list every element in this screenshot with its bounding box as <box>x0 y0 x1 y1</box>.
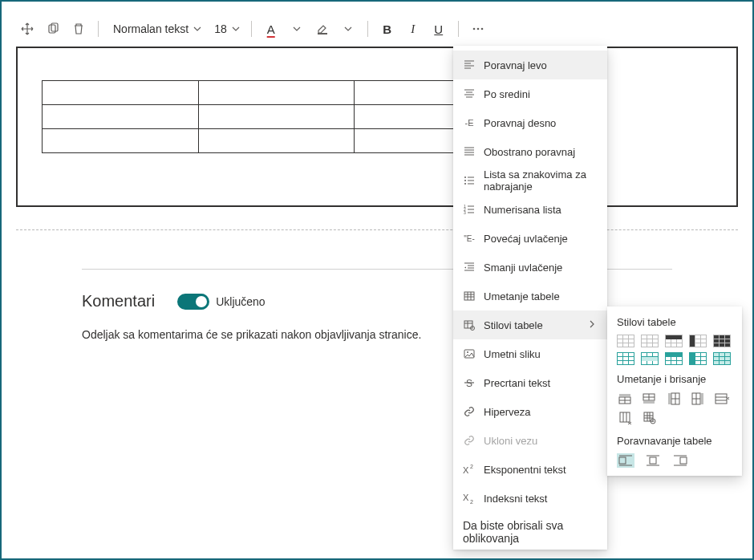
align-center-icon <box>463 87 476 100</box>
link-icon <box>463 405 476 418</box>
editor-canvas[interactable] <box>16 47 738 207</box>
svg-point-5 <box>480 28 483 30</box>
chevron-down-icon[interactable] <box>337 18 359 40</box>
delete-col-button[interactable] <box>617 411 634 425</box>
separator <box>367 21 368 37</box>
menu-align-left[interactable]: Poravnaj levo <box>453 51 607 79</box>
table-icon <box>463 290 476 302</box>
svg-rect-31 <box>715 394 727 404</box>
text-style-value: Normalan tekst <box>113 22 188 35</box>
table-row[interactable] <box>43 105 511 129</box>
svg-rect-34 <box>620 412 630 422</box>
delete-row-button[interactable] <box>713 392 731 406</box>
editor-toolbar: Normalan tekst 18 A B I U <box>16 16 738 47</box>
editor-table[interactable] <box>42 80 511 153</box>
menu-insert-image[interactable]: Umetni sliku <box>453 339 607 368</box>
chevron-down-icon <box>232 25 240 33</box>
table-align-grid <box>617 453 732 468</box>
insert-row-above-button[interactable] <box>617 392 634 406</box>
table-style-plain[interactable] <box>617 335 634 347</box>
align-left-icon <box>463 59 476 71</box>
indent-decrease-icon <box>463 261 476 274</box>
text-style-dropdown[interactable]: Normalan tekst <box>107 18 205 40</box>
menu-align-right[interactable]: -E Poravnaj desno <box>453 108 607 137</box>
table-style-column-dark[interactable] <box>689 335 707 347</box>
table-style-teal-full[interactable] <box>713 352 731 365</box>
svg-point-8 <box>464 183 466 185</box>
table-style-teal-header[interactable] <box>665 352 683 365</box>
table-style-subtle[interactable] <box>641 335 659 347</box>
table-style-teal-plain[interactable] <box>617 352 634 365</box>
move-icon[interactable] <box>16 18 39 40</box>
table-style-dark[interactable] <box>713 335 731 347</box>
svg-text:3: 3 <box>464 210 466 215</box>
svg-rect-43 <box>650 457 656 464</box>
toggle-label: Uključeno <box>216 295 265 308</box>
menu-table-styles[interactable]: Stilovi tabele <box>453 310 607 339</box>
svg-rect-40 <box>619 457 626 464</box>
table-style-teal-column[interactable] <box>689 352 707 365</box>
menu-bullet-list[interactable]: Lista sa znakovima za nabrajanje <box>453 166 607 195</box>
menu-clear-formatting[interactable]: Da biste obrisali sva oblikovanja <box>453 513 607 545</box>
table-styles-submenu: Stilovi tabele Umetanje i brisanje <box>607 306 742 476</box>
trash-icon[interactable] <box>67 18 90 40</box>
insert-col-right-button[interactable] <box>689 392 707 406</box>
separator <box>458 21 459 37</box>
more-button[interactable] <box>467 18 489 40</box>
menu-insert-table[interactable]: Umetanje tabele <box>453 282 607 310</box>
svg-text:X: X <box>463 465 469 475</box>
svg-point-6 <box>464 177 466 178</box>
table-style-header-dark[interactable] <box>665 335 683 347</box>
unlink-icon <box>463 434 476 447</box>
insert-row-below-button[interactable] <box>641 392 659 406</box>
section-divider <box>16 229 738 230</box>
insert-col-left-button[interactable] <box>665 392 683 406</box>
separator <box>251 21 252 37</box>
menu-hyperlink[interactable]: Hiperveza <box>453 397 607 426</box>
submenu-styles-title: Stilovi tabele <box>617 316 732 328</box>
font-color-button[interactable]: A <box>260 18 282 40</box>
menu-align-center[interactable]: Po sredini <box>453 79 607 108</box>
menu-justify[interactable]: Obostrano poravnaj <box>453 137 607 166</box>
justify-icon <box>463 145 476 158</box>
font-size-dropdown[interactable]: 18 <box>208 18 243 40</box>
svg-rect-12 <box>464 292 474 300</box>
insert-delete-grid <box>617 392 732 425</box>
table-align-right-button[interactable] <box>671 453 689 468</box>
image-icon <box>463 347 476 360</box>
menu-indent-decrease[interactable]: Smanji uvlačenje <box>453 253 607 282</box>
menu-remove-link[interactable]: Ukloni vezu <box>453 426 607 455</box>
svg-rect-37 <box>644 412 653 421</box>
subscript-icon: X2 <box>463 492 476 505</box>
comments-title: Komentari <box>82 292 155 310</box>
menu-subscript[interactable]: X2 Indeksni tekst <box>453 484 607 513</box>
numbered-list-icon: 123 <box>463 203 476 216</box>
svg-rect-26 <box>643 401 655 404</box>
table-align-left-button[interactable] <box>617 453 634 468</box>
menu-numbered-list[interactable]: 123 Numerisana lista <box>453 195 607 224</box>
svg-rect-28 <box>668 393 671 404</box>
svg-text:X: X <box>463 493 469 502</box>
bold-button[interactable]: B <box>376 18 399 40</box>
svg-point-16 <box>467 351 468 353</box>
chevron-down-icon <box>193 25 201 33</box>
duplicate-icon[interactable] <box>42 18 64 40</box>
indent-increase-icon: "E- <box>463 232 476 245</box>
svg-rect-30 <box>701 393 703 404</box>
menu-superscript[interactable]: X2 Eksponentni tekst <box>453 455 607 484</box>
table-align-center-button[interactable] <box>644 453 662 468</box>
strikethrough-icon: S <box>463 376 476 389</box>
italic-button[interactable]: I <box>402 18 424 40</box>
table-style-teal-banded[interactable] <box>641 352 659 365</box>
underline-button[interactable]: U <box>428 18 450 40</box>
table-row[interactable] <box>43 81 511 105</box>
highlight-color-button[interactable] <box>311 18 334 40</box>
comments-toggle[interactable]: Uključeno <box>177 294 265 310</box>
chevron-down-icon[interactable] <box>286 18 308 40</box>
menu-strikethrough[interactable]: S Precrtani tekst <box>453 368 607 397</box>
superscript-icon: X2 <box>463 463 476 476</box>
menu-indent-increase[interactable]: "E- Povećaj uvlačenje <box>453 224 607 253</box>
table-row[interactable] <box>43 129 511 153</box>
delete-table-button[interactable] <box>641 411 659 425</box>
text-webpart: Normalan tekst 18 A B I U <box>16 16 738 207</box>
